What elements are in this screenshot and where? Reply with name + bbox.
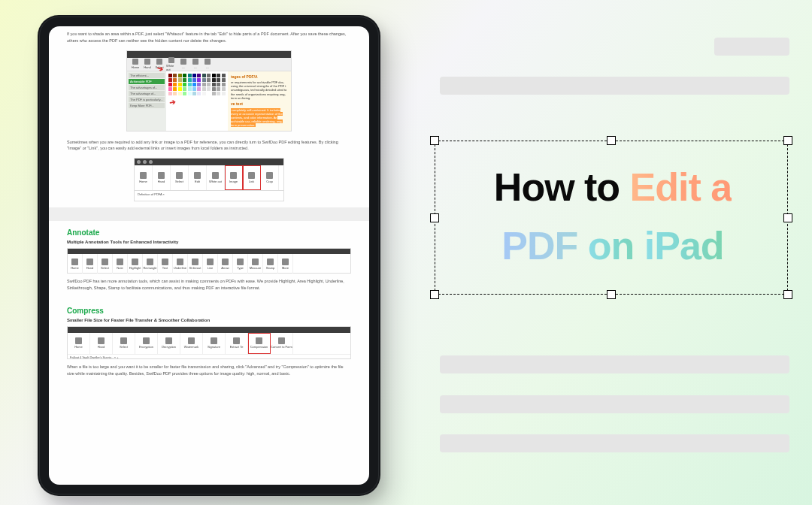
color-swatch[interactable] — [197, 78, 201, 82]
color-swatch[interactable] — [222, 87, 226, 91]
color-swatch[interactable] — [217, 92, 220, 95]
ribbon-button[interactable]: Compression — [248, 333, 271, 354]
ribbon-button[interactable]: Text — [158, 254, 173, 274]
color-swatch[interactable] — [202, 92, 206, 95]
color-swatch[interactable] — [188, 78, 192, 82]
color-swatch[interactable] — [178, 78, 182, 82]
side-item[interactable]: The advantages of... — [129, 85, 165, 90]
color-swatch[interactable] — [168, 78, 172, 82]
resize-handle-tl[interactable] — [430, 136, 439, 145]
color-swatch[interactable] — [202, 74, 206, 77]
color-swatch[interactable] — [183, 87, 186, 91]
color-swatch[interactable] — [168, 92, 172, 95]
ribbon-button[interactable]: White out — [207, 165, 225, 190]
color-swatch[interactable] — [207, 92, 211, 95]
ribbon-button[interactable]: Select — [98, 254, 113, 274]
color-swatch[interactable] — [183, 78, 186, 82]
color-swatch[interactable] — [212, 74, 216, 77]
color-swatch[interactable] — [222, 74, 226, 77]
side-item[interactable]: Keep More PDF... — [129, 103, 165, 108]
ribbon-button[interactable]: Hand — [83, 254, 98, 274]
color-swatch[interactable] — [183, 74, 186, 77]
color-swatch[interactable] — [197, 87, 201, 91]
ribbon-button[interactable]: ... — [178, 59, 189, 69]
ribbon-button[interactable]: Image — [225, 165, 243, 190]
resize-handle-tm[interactable] — [607, 136, 616, 145]
color-swatch[interactable] — [168, 74, 172, 77]
resize-handle-br[interactable] — [783, 290, 792, 299]
color-swatch[interactable] — [173, 83, 177, 86]
color-swatch[interactable] — [212, 92, 216, 95]
color-swatch[interactable] — [222, 83, 226, 86]
ribbon-button[interactable]: Hand — [142, 59, 153, 69]
side-item[interactable]: Achievable PDF document — [129, 79, 165, 84]
side-item[interactable]: The advantage of... — [129, 91, 165, 96]
color-swatch[interactable] — [207, 78, 211, 82]
color-swatch[interactable] — [178, 83, 182, 86]
ribbon-button[interactable]: Home — [68, 333, 90, 354]
side-item[interactable]: The PDF is particularly... — [129, 97, 165, 102]
ribbon-button[interactable]: Type — [233, 254, 248, 274]
ribbon-button[interactable]: White out — [166, 57, 177, 71]
ribbon-button[interactable]: Measure — [248, 254, 263, 274]
color-swatch[interactable] — [178, 87, 182, 91]
color-swatch[interactable] — [188, 74, 192, 77]
resize-handle-ml[interactable] — [430, 213, 439, 222]
ribbon-button[interactable]: ... — [202, 59, 213, 69]
color-swatch[interactable] — [197, 83, 201, 86]
resize-handle-bl[interactable] — [430, 290, 439, 299]
color-swatch[interactable] — [192, 74, 196, 77]
color-swatch[interactable] — [173, 92, 177, 95]
color-swatch[interactable] — [202, 83, 206, 86]
ribbon-button[interactable]: Hand — [153, 165, 171, 190]
ribbon-button[interactable]: Encryption — [135, 333, 158, 354]
ribbon-button[interactable]: Note — [113, 254, 128, 274]
color-swatch[interactable] — [202, 78, 206, 82]
ribbon-button[interactable]: ... — [190, 59, 201, 69]
color-swatch[interactable] — [217, 78, 220, 82]
ribbon-button[interactable]: Link — [243, 165, 261, 190]
color-swatch[interactable] — [173, 78, 177, 82]
color-swatch[interactable] — [168, 83, 172, 86]
color-swatch[interactable] — [217, 74, 220, 77]
color-swatch[interactable] — [173, 74, 177, 77]
color-swatch[interactable] — [207, 87, 211, 91]
ribbon-button[interactable]: Crop — [261, 165, 279, 190]
color-swatch[interactable] — [178, 92, 182, 95]
ribbon-button[interactable]: Signature — [203, 333, 226, 354]
ribbon-button[interactable]: Stamp — [263, 254, 278, 274]
color-swatch[interactable] — [192, 87, 196, 91]
color-swatch[interactable] — [192, 92, 196, 95]
ribbon-button[interactable]: Line — [203, 254, 218, 274]
color-swatch[interactable] — [183, 92, 186, 95]
color-swatch[interactable] — [212, 87, 216, 91]
ribbon-button[interactable]: Edit — [189, 165, 207, 190]
resize-handle-mr[interactable] — [783, 213, 792, 222]
color-swatch[interactable] — [197, 92, 201, 95]
color-swatch[interactable] — [188, 87, 192, 91]
color-swatch[interactable] — [222, 78, 226, 82]
ribbon-button[interactable]: More — [278, 254, 293, 274]
ribbon-button[interactable]: Select — [113, 333, 135, 354]
color-swatch[interactable] — [168, 87, 172, 91]
ribbon-button[interactable]: Highlight — [128, 254, 143, 274]
color-swatch[interactable] — [197, 74, 201, 77]
color-swatch[interactable] — [188, 83, 192, 86]
ribbon-button[interactable]: Hand — [90, 333, 113, 354]
resize-handle-bm[interactable] — [607, 290, 616, 299]
color-swatch[interactable] — [192, 78, 196, 82]
ribbon-button[interactable]: Select — [171, 165, 189, 190]
ribbon-button[interactable]: Decryption — [158, 333, 180, 354]
ribbon-button[interactable]: Underline — [173, 254, 188, 274]
color-swatch[interactable] — [202, 87, 206, 91]
resize-handle-tr[interactable] — [783, 136, 792, 145]
ribbon-button[interactable]: Watermark — [180, 333, 203, 354]
ribbon-button[interactable]: Rectangle — [143, 254, 158, 274]
ribbon-button[interactable]: Arrow — [218, 254, 233, 274]
color-swatch[interactable] — [222, 92, 226, 95]
ribbon-button[interactable]: Home — [135, 165, 153, 190]
color-swatch[interactable] — [217, 83, 220, 86]
ribbon-button[interactable]: Home — [68, 254, 83, 274]
ribbon-button[interactable]: Extract Te — [226, 333, 248, 354]
color-swatch[interactable] — [207, 83, 211, 86]
